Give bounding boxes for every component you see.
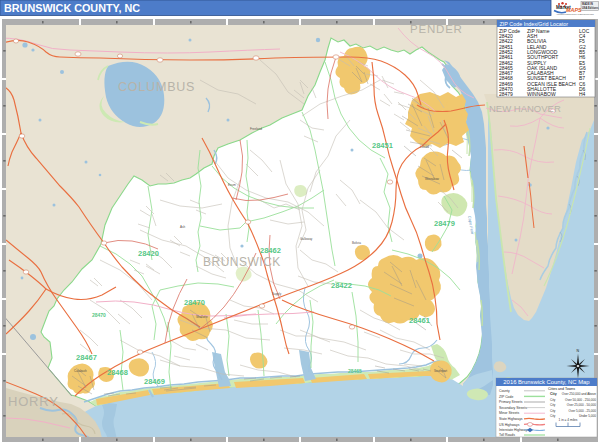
svg-text:Over 50,000 - 250,000: Over 50,000 - 250,000 <box>565 398 596 402</box>
svg-text:28420: 28420 <box>138 249 159 258</box>
svg-text:Under 5,000: Under 5,000 <box>579 414 596 418</box>
svg-text:County: County <box>499 389 510 393</box>
svg-text:28468: 28468 <box>107 368 128 377</box>
svg-text:28451: 28451 <box>372 141 393 150</box>
svg-text:COLUMBUS: COLUMBUS <box>118 80 195 94</box>
svg-text:28467: 28467 <box>76 353 97 362</box>
svg-text:Winnabow: Winnabow <box>425 177 440 181</box>
svg-text:Leland: Leland <box>420 145 429 149</box>
svg-text:Over 5,000 - 25,000: Over 5,000 - 25,000 <box>568 409 596 413</box>
svg-text:BRUNSWICK: BRUNSWICK <box>203 255 281 269</box>
svg-text:28462: 28462 <box>260 246 281 255</box>
svg-text:Calabash: Calabash <box>74 369 87 373</box>
svg-text:Supply: Supply <box>272 292 282 296</box>
svg-text:NEW HANOVER: NEW HANOVER <box>489 103 561 114</box>
svg-text:28470: 28470 <box>184 298 205 307</box>
svg-text:State Highways: State Highways <box>499 417 523 421</box>
svg-text:Galloway: Galloway <box>300 237 313 241</box>
svg-text:Southport: Southport <box>434 369 447 373</box>
svg-text:US Highways: US Highways <box>499 423 520 427</box>
svg-text:Bolivia: Bolivia <box>352 241 361 245</box>
svg-text:MADE IN: MADE IN <box>582 2 593 6</box>
svg-text:28465: 28465 <box>348 368 362 374</box>
svg-text:BRUNSWICK COUNTY, NC: BRUNSWICK COUNTY, NC <box>4 2 140 14</box>
svg-text:City: City <box>550 409 556 413</box>
svg-text:USA Editions: USA Editions <box>582 6 599 10</box>
svg-text:28461: 28461 <box>409 316 430 325</box>
svg-text:City: City <box>550 403 556 407</box>
svg-text:ZIP Code Index/Grid Locator: ZIP Code Index/Grid Locator <box>500 21 569 27</box>
svg-text:HORRY: HORRY <box>8 394 59 409</box>
svg-text:ZIP Code: ZIP Code <box>499 395 513 399</box>
svg-text:1 in = 4 miles: 1 in = 4 miles <box>559 418 578 422</box>
svg-text:2016 Brunswick County, NC Map: 2016 Brunswick County, NC Map <box>503 379 590 385</box>
svg-text:Exum: Exum <box>228 183 236 187</box>
svg-text:28470: 28470 <box>92 312 106 318</box>
svg-text:Freeland: Freeland <box>250 127 262 131</box>
svg-text:Primary Streets: Primary Streets <box>499 400 523 404</box>
svg-text:WINNABOW: WINNABOW <box>527 91 556 97</box>
svg-text:Ash: Ash <box>180 225 186 229</box>
svg-text:Toll Roads: Toll Roads <box>499 433 515 437</box>
svg-text:Over 250,000 and Above: Over 250,000 and Above <box>562 392 597 396</box>
svg-text:City: City <box>550 414 556 418</box>
svg-text:Secondary Streets: Secondary Streets <box>499 406 527 410</box>
svg-text:City: City <box>550 392 557 396</box>
svg-text:28422: 28422 <box>331 281 352 290</box>
svg-text:H4: H4 <box>579 91 586 97</box>
svg-text:Over 25,000 - 50,000: Over 25,000 - 50,000 <box>567 403 597 407</box>
svg-text:28479: 28479 <box>434 219 455 228</box>
svg-text:Shallotte: Shallotte <box>196 315 208 319</box>
svg-text:N: N <box>577 349 580 353</box>
svg-text:Minor Streets: Minor Streets <box>499 411 519 415</box>
svg-text:America's Leading Source of Ed: America's Leading Source of Educational … <box>556 13 594 15</box>
svg-text:28479: 28479 <box>499 91 513 97</box>
svg-text:Cities and Towns: Cities and Towns <box>548 387 575 391</box>
svg-text:City: City <box>550 398 556 402</box>
svg-text:28469: 28469 <box>144 377 165 386</box>
